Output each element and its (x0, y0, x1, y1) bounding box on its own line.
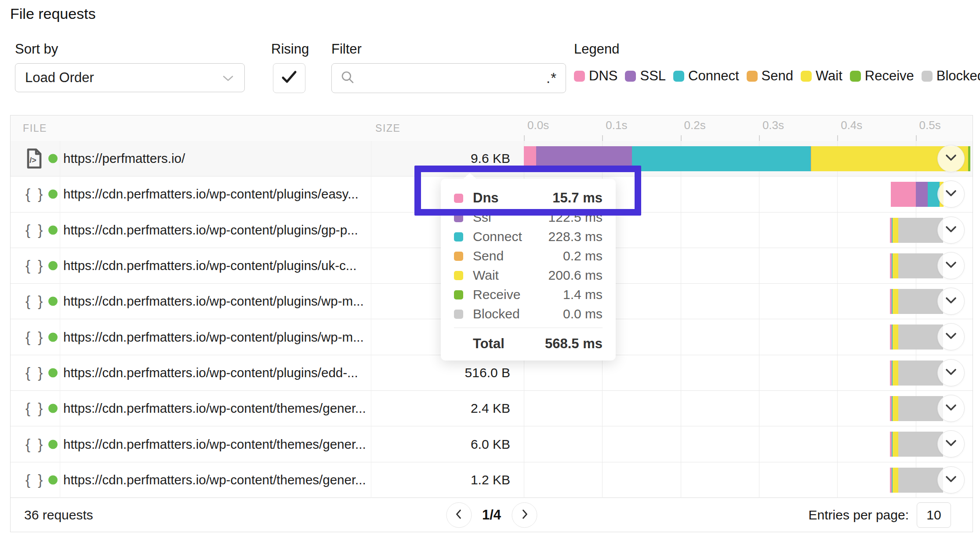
bar-segment-wait (893, 396, 898, 421)
status-dot-icon (48, 190, 58, 199)
chevron-down-icon (945, 154, 957, 163)
legend-item-label: Blocked (936, 68, 980, 84)
file-url: https://cdn.perfmatters.io/wp-content/pl… (63, 294, 364, 309)
document-icon: /> (25, 148, 43, 169)
wait-swatch-icon (801, 71, 812, 82)
bar-segment-wait (893, 324, 898, 350)
file-url: https://cdn.perfmatters.io/wp-content/pl… (63, 330, 364, 345)
legend: DNSSSLConnectSendWaitReceiveBlocked (574, 66, 980, 86)
bar-segment-blocked (898, 289, 943, 314)
chevron-down-icon (945, 190, 957, 198)
table-row[interactable]: { }https://cdn.perfmatters.io/wp-content… (11, 462, 973, 498)
legend-item-blocked: Blocked (922, 68, 980, 84)
expand-row-button[interactable] (937, 145, 965, 172)
bar-segment-blocked (898, 324, 943, 350)
tooltip-row-blocked: Blocked0.0 ms (454, 304, 603, 324)
tooltip-total-row: Total 568.5 ms (454, 328, 603, 353)
regex-toggle[interactable]: .* (546, 70, 557, 87)
tooltip-row-connect: Connect228.3 ms (454, 227, 603, 246)
file-size: 6.0 KB (471, 437, 510, 452)
bar-segment-wait (893, 361, 898, 386)
status-dot-icon (48, 368, 58, 377)
tooltip-phase-label: Connect (473, 229, 548, 244)
tooltip-row-wait: Wait200.6 ms (454, 266, 603, 285)
ssl-swatch-icon (454, 213, 463, 222)
chevron-down-icon (945, 332, 957, 341)
braces-icon: { } (25, 222, 44, 238)
chevron-down-icon (945, 297, 957, 306)
expand-row-button[interactable] (937, 359, 965, 386)
tooltip-phase-value: 122.5 ms (548, 210, 603, 225)
expand-row-button[interactable] (937, 430, 965, 458)
checkmark-icon (280, 70, 298, 87)
tooltip-row-ssl: Ssl122.5 ms (454, 208, 603, 227)
blocked-swatch-icon (454, 310, 463, 319)
table-footer: 36 requests 1/4 Entries per page: 10 (11, 498, 973, 532)
sort-by-select[interactable]: Load Order (15, 63, 245, 92)
bar-segment-blocked (898, 468, 943, 493)
bar-segment-ssl (536, 146, 632, 171)
tooltip-arrow (463, 173, 477, 179)
legend-item-label: Receive (865, 68, 914, 84)
bar-segment-ssl (916, 182, 928, 207)
legend-item-connect: Connect (673, 68, 739, 84)
expand-row-button[interactable] (937, 252, 965, 279)
file-url: https://perfmatters.io/ (63, 151, 185, 166)
blocked-swatch-icon (922, 71, 933, 82)
filter-input-box[interactable]: .* (331, 63, 566, 93)
expand-row-button[interactable] (937, 216, 965, 244)
expand-row-button[interactable] (937, 395, 965, 422)
table-row[interactable]: { }https://cdn.perfmatters.io/wp-content… (11, 391, 973, 426)
rising-checkbox[interactable] (273, 63, 305, 93)
search-icon (341, 70, 355, 86)
expand-row-button[interactable] (937, 466, 965, 494)
prev-page-button[interactable] (446, 502, 472, 528)
table-row[interactable]: { }https://cdn.perfmatters.io/wp-content… (11, 426, 973, 462)
expand-row-button[interactable] (937, 180, 965, 208)
legend-item-label: Connect (688, 68, 739, 84)
timeline-tick-label: 0.5s (919, 119, 941, 132)
tooltip-row-dns: Dns15.7 ms (454, 188, 603, 208)
entries-per-page-value[interactable]: 10 (917, 502, 951, 528)
table-header: FILE SIZE 0.0s0.1s0.2s0.3s0.4s0.5s (11, 115, 973, 141)
bar-segment-dns (891, 182, 916, 207)
file-size: 2.4 KB (471, 401, 510, 416)
braces-icon: { } (25, 364, 44, 381)
timeline-tick-mark (602, 135, 603, 141)
file-url: https://cdn.perfmatters.io/wp-content/pl… (63, 258, 356, 273)
expand-row-button[interactable] (937, 323, 965, 350)
expand-row-button[interactable] (937, 288, 965, 315)
legend-item-wait: Wait (801, 68, 842, 84)
tooltip-row-send: Send0.2 ms (454, 246, 603, 266)
bar-segment-receive (968, 146, 970, 171)
bar-segment-wait (893, 432, 898, 457)
tooltip-phase-label: Receive (473, 287, 563, 302)
connect-swatch-icon (673, 71, 684, 82)
file-size: 9.6 KB (471, 151, 510, 166)
legend-item-send: Send (747, 68, 793, 84)
table-row[interactable]: />https://perfmatters.io/9.6 KB (11, 141, 973, 177)
tooltip-phase-value: 0.0 ms (563, 306, 603, 321)
receive-swatch-icon (454, 290, 463, 299)
tooltip-phase-value: 228.3 ms (548, 229, 603, 244)
file-url: https://cdn.perfmatters.io/wp-content/th… (63, 472, 366, 487)
bar-segment-connect (632, 146, 811, 171)
file-url: https://cdn.perfmatters.io/wp-content/pl… (63, 365, 358, 380)
chevron-down-icon (945, 404, 957, 413)
status-dot-icon (48, 297, 58, 306)
timeline-tick-label: 0.1s (606, 119, 627, 132)
status-dot-icon (48, 476, 58, 485)
bar-segment-wait (893, 468, 898, 493)
legend-item-ssl: SSL (625, 68, 666, 84)
chevron-down-icon (222, 70, 234, 86)
filter-label: Filter (331, 41, 362, 57)
pagination: 1/4 (446, 502, 537, 528)
status-dot-icon (48, 332, 58, 342)
tooltip-phase-value: 0.2 ms (563, 249, 603, 263)
page-indicator: 1/4 (482, 507, 501, 523)
legend-item-label: DNS (589, 68, 617, 84)
legend-item-label: Wait (816, 68, 842, 84)
filter-text-input[interactable] (361, 70, 540, 86)
next-page-button[interactable] (512, 502, 537, 528)
bar-segment-wait (893, 253, 898, 278)
